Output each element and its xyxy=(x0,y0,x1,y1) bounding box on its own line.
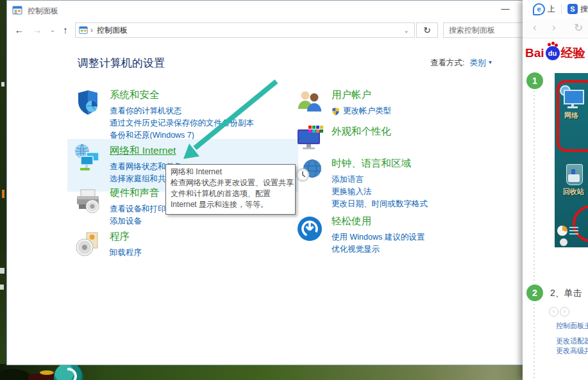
thumbnail-pie-icon xyxy=(557,226,567,236)
step-2-text: 2、单击 xyxy=(550,288,582,299)
task-link[interactable]: 添加语言 xyxy=(332,174,428,186)
task-link[interactable]: 查看设备和打印机 xyxy=(110,203,174,215)
hardware-sound-icon[interactable] xyxy=(72,185,103,216)
back-button[interactable]: ← xyxy=(12,20,26,40)
tooltip: 网络和 Internet 检查网络状态并更改设置、设置共享 文件和计算机的首选项… xyxy=(165,164,296,215)
thumbnail-link[interactable]: 更改高级共享设置 xyxy=(556,346,588,356)
browser-e-label[interactable]: 上 xyxy=(548,4,555,15)
view-by-label: 查看方式: xyxy=(430,58,464,67)
category-clock-language: 时钟、语言和区域 添加语言 更换输入法 更改日期、时间或数字格式 xyxy=(294,156,520,210)
title-bar[interactable]: 控制面板 — xyxy=(7,1,524,20)
thumbnail-list-icon xyxy=(569,227,578,228)
task-link[interactable]: 使用 Windows 建议的设置 xyxy=(332,231,424,244)
task-link[interactable]: 优化视觉显示 xyxy=(332,244,424,256)
network-internet-icon[interactable] xyxy=(72,143,103,174)
desktop-wallpaper-strip xyxy=(0,364,588,380)
task-link[interactable]: 更改日期、时间或数字格式 xyxy=(332,198,428,210)
baidu-paw-icon: du xyxy=(546,46,560,60)
sogou-icon[interactable]: S xyxy=(567,4,578,14)
baidu-logo-bai: Bai xyxy=(525,46,544,60)
category-title-clock-language[interactable]: 时钟、语言和区域 xyxy=(332,157,411,170)
system-security-icon[interactable] xyxy=(72,87,103,118)
address-bar[interactable]: › 控制面板 ⌄ xyxy=(75,22,415,38)
category-title-network-internet[interactable]: 网络和 Internet xyxy=(110,144,176,158)
task-link[interactable]: 卸载程序 xyxy=(110,247,142,259)
recycle-bin-label: 回收站 xyxy=(563,187,584,197)
task-link[interactable]: 通过文件历史记录保存你的文件备份副本 xyxy=(110,117,254,129)
category-title-programs[interactable]: 程序 xyxy=(110,230,130,244)
browser-side-panel: e 上 S 搜 ‹ › ↻ Bai du 经验 1 网络 回收站 2 2、单击 … xyxy=(523,0,588,380)
browser-refresh-button[interactable]: ↻ xyxy=(574,21,583,35)
category-title-hardware-sound[interactable]: 硬件和声音 xyxy=(110,186,160,200)
category-title-ease-of-access[interactable]: 轻松使用 xyxy=(332,215,371,228)
red-annotation-circle xyxy=(573,205,588,242)
recycle-bin-content xyxy=(568,174,580,182)
task-link[interactable]: 更换输入法 xyxy=(332,186,428,198)
control-panel-icon xyxy=(12,5,22,15)
monitor-base xyxy=(567,106,578,108)
category-appearance: 外观和个性化 xyxy=(294,124,520,154)
wallpaper-speck xyxy=(2,190,4,198)
thumbnail-link[interactable]: 更改适配器设置 xyxy=(556,336,588,346)
pager-next-icon[interactable]: › xyxy=(560,307,569,317)
tooltip-line: 文件和计算机的首选项、配置 xyxy=(171,188,290,199)
appearance-personalization-icon[interactable] xyxy=(294,124,325,154)
baidu-logo-jingyan: 经验 xyxy=(561,45,585,62)
recent-pages-dropdown[interactable]: ⌄ xyxy=(46,20,60,40)
category-system-security: 系统和安全 查看你的计算机状态 通过文件历史记录保存你的文件备份副本 备份和还原… xyxy=(72,87,298,142)
thumbnail-link[interactable]: 控制面板主页 xyxy=(556,321,588,331)
category-programs: 程序 卸载程序 xyxy=(72,229,298,260)
category-user-accounts: 用户帐户 更改帐户类型 xyxy=(294,87,520,118)
task-link[interactable]: 添加设备 xyxy=(110,215,174,227)
search-box[interactable] xyxy=(443,22,526,38)
page-title: 调整计算机的设置 xyxy=(78,56,165,70)
browser-back-button[interactable]: ‹ xyxy=(533,21,537,34)
task-link[interactable]: 更改帐户类型 xyxy=(343,105,391,117)
address-dropdown-icon[interactable]: ⌄ xyxy=(399,27,414,34)
tooltip-line: 检查网络状态并更改设置、设置共享 xyxy=(171,178,290,188)
browser-nav-bar: ‹ › ↻ xyxy=(523,18,588,38)
window-title: 控制面板 xyxy=(28,6,58,17)
tooltip-title: 网络和 Internet xyxy=(171,167,290,178)
clock-language-region-icon[interactable] xyxy=(294,156,325,186)
thumbnail-dot xyxy=(560,238,567,246)
up-button[interactable]: ↑ xyxy=(58,20,72,40)
programs-icon[interactable] xyxy=(72,229,103,260)
browser-forward-button[interactable]: › xyxy=(552,21,556,34)
user-accounts-icon[interactable] xyxy=(294,87,325,118)
step-connector-line xyxy=(533,304,535,380)
baidu-jingyan-logo[interactable]: Bai du 经验 xyxy=(525,44,585,63)
control-panel-icon xyxy=(79,26,88,35)
view-by-value[interactable]: 类别 xyxy=(469,58,485,67)
refresh-button[interactable]: ↻ xyxy=(416,22,438,38)
task-link[interactable]: 查看你的计算机状态 xyxy=(110,105,254,117)
category-title-user-accounts[interactable]: 用户帐户 xyxy=(332,88,371,102)
network-monitor-icon xyxy=(564,90,584,104)
uac-shield-icon xyxy=(332,107,340,116)
sogou-label[interactable]: 搜 xyxy=(580,4,588,15)
wallpaper-figure-hat xyxy=(40,370,54,375)
category-title-system-security[interactable]: 系统和安全 xyxy=(110,88,160,102)
tooltip-line: Internet 显示和连接，等等。 xyxy=(171,199,290,210)
ease-of-access-icon[interactable] xyxy=(294,213,325,244)
browser-toolbar: e 上 S 搜 xyxy=(523,0,588,18)
category-ease-of-access: 轻松使用 使用 Windows 建议的设置 优化视觉显示 xyxy=(294,213,520,256)
wallpaper-speck xyxy=(1,82,4,87)
tutorial-screenshot-thumbnail: 网络 回收站 xyxy=(555,73,588,247)
breadcrumb-chevron-icon: › xyxy=(90,26,93,35)
wallpaper-speck xyxy=(0,285,4,290)
pager-prev-icon[interactable]: ‹ xyxy=(549,307,559,317)
minimize-button[interactable]: — xyxy=(494,2,516,17)
search-input[interactable] xyxy=(444,23,526,37)
browser-e-icon[interactable]: e xyxy=(533,3,545,15)
chevron-down-icon: ▼ xyxy=(487,60,492,65)
step-2-badge: 2 xyxy=(526,285,543,301)
toolbar-divider xyxy=(561,4,562,14)
wallpaper-shrub xyxy=(0,369,29,380)
forward-button[interactable]: → xyxy=(30,20,44,40)
network-icon-label: 网络 xyxy=(564,111,578,120)
breadcrumb[interactable]: 控制面板 xyxy=(97,25,399,36)
category-title-appearance[interactable]: 外观和个性化 xyxy=(332,125,391,138)
step-1-badge: 1 xyxy=(526,72,543,89)
view-by-control: 查看方式:类别▼ xyxy=(430,58,492,69)
